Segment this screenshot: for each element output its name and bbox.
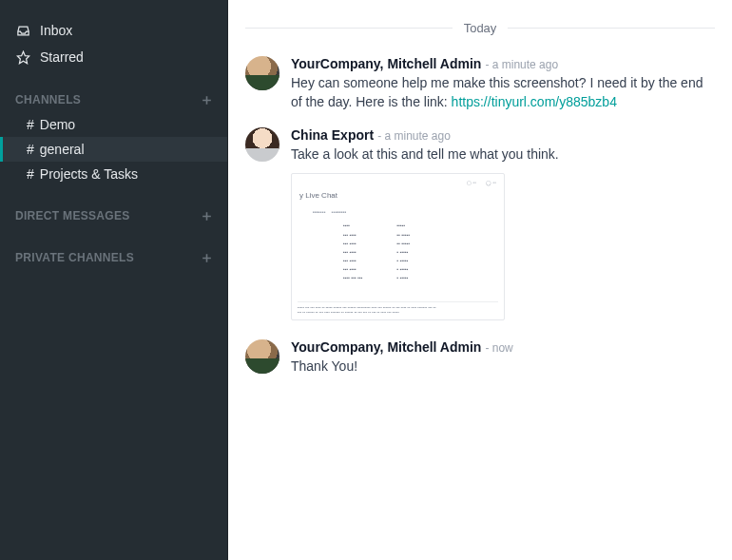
hash-icon: # (27, 117, 34, 132)
message-link[interactable]: https://tinyurl.com/y885bzb4 (452, 94, 617, 109)
section-private-channels: Private Channels (0, 251, 228, 270)
avatar[interactable] (245, 56, 279, 90)
chat-main: Today YourCompany, Mitchell Admin - a mi… (228, 0, 732, 560)
message-header: YourCompany, Mitchell Admin - now (291, 339, 715, 355)
message-text: Take a look at this and tell me what you… (291, 145, 715, 164)
add-direct-button[interactable] (201, 210, 213, 222)
message-body: YourCompany, Mitchell Admin - now Thank … (291, 339, 715, 376)
direct-header: Direct Messages (0, 209, 228, 228)
avatar[interactable] (245, 127, 279, 162)
message: YourCompany, Mitchell Admin - now Thank … (245, 332, 715, 387)
message-body: YourCompany, Mitchell Admin - a minute a… (291, 56, 715, 112)
date-label: Today (453, 21, 509, 35)
message: China Export - a minute ago Take a look … (245, 124, 715, 332)
attachment-title: y Live Chat (299, 191, 496, 200)
channel-general[interactable]: # general (0, 137, 228, 162)
direct-header-label: Direct Messages (15, 209, 130, 222)
message-time: - a minute ago (485, 58, 558, 71)
nav-inbox-label: Inbox (40, 23, 72, 38)
nav-inbox[interactable]: Inbox (0, 17, 228, 44)
message-author[interactable]: China Export (291, 127, 374, 143)
channel-label: Projects & Tasks (40, 166, 138, 182)
add-channel-button[interactable] (201, 94, 213, 106)
channel-label: general (40, 142, 85, 157)
date-divider: Today (245, 21, 715, 35)
channel-projects-tasks[interactable]: # Projects & Tasks (0, 162, 228, 186)
channel-demo[interactable]: # Demo (0, 112, 228, 137)
message-author[interactable]: YourCompany, Mitchell Admin (291, 56, 481, 71)
message-text: Thank You! (291, 357, 715, 376)
add-private-button[interactable] (201, 252, 213, 264)
sidebar-divider (227, 0, 228, 560)
message-author[interactable]: YourCompany, Mitchell Admin (291, 339, 481, 355)
section-direct-messages: Direct Messages (0, 209, 228, 228)
message-text: Hey can someone help me make this screen… (291, 73, 715, 112)
message-header: YourCompany, Mitchell Admin - a minute a… (291, 56, 715, 71)
hash-icon: # (27, 166, 34, 182)
nav-starred-label: Starred (40, 49, 84, 65)
channel-label: Demo (40, 117, 75, 132)
star-icon (15, 49, 30, 65)
message-body: China Export - a minute ago Take a look … (291, 127, 715, 320)
message-attachment[interactable]: ▢ ▫▫◯ ▫▫ y Live Chat ▪▪▪▪▪▪▪ ▪▪▪▪▪▪▪▪ ▪▪… (291, 173, 505, 320)
private-header: Private Channels (0, 251, 228, 270)
sidebar: Inbox Starred Channels # Demo # general … (0, 0, 228, 560)
hash-icon: # (27, 142, 34, 157)
channels-header-label: Channels (15, 93, 81, 106)
message-time: - now (485, 341, 512, 355)
channels-header: Channels (0, 93, 228, 112)
section-channels: Channels # Demo # general # Projects & T… (0, 93, 228, 186)
inbox-icon (15, 23, 30, 38)
svg-marker-0 (17, 51, 29, 64)
message-header: China Export - a minute ago (291, 127, 715, 143)
message: YourCompany, Mitchell Admin - a minute a… (245, 52, 715, 124)
nav-starred[interactable]: Starred (0, 44, 228, 70)
message-time: - a minute ago (377, 129, 451, 143)
avatar[interactable] (245, 339, 279, 374)
private-header-label: Private Channels (15, 251, 134, 264)
